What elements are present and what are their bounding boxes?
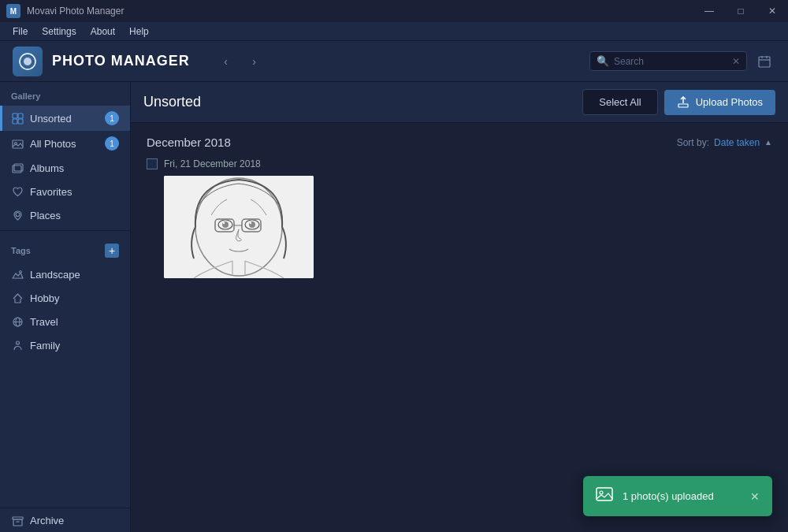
- app-title-photo: PHOTO: [52, 53, 106, 69]
- hobby-icon: [11, 292, 24, 304]
- sidebar-item-family[interactable]: Family: [0, 333, 130, 357]
- archive-icon: [11, 514, 24, 526]
- content-title: Unsorted: [143, 94, 201, 110]
- select-all-button[interactable]: Select All: [582, 89, 657, 115]
- sidebar-item-places[interactable]: Places: [0, 203, 130, 227]
- app-title: PHOTO MANAGER: [52, 53, 190, 69]
- appheader: PHOTO MANAGER ‹ › 🔍 ✕: [0, 41, 788, 82]
- appheader-left: PHOTO MANAGER ‹ ›: [13, 47, 266, 76]
- svg-point-39: [600, 491, 603, 494]
- unsorted-icon: [11, 112, 24, 125]
- minimize-button[interactable]: —: [693, 0, 725, 22]
- sidebar-item-travel[interactable]: Travel: [0, 310, 130, 333]
- svg-point-32: [250, 222, 251, 224]
- sidebar-item-unsorted[interactable]: Unsorted 1: [0, 106, 130, 131]
- sort-arrow-icon[interactable]: ▲: [764, 138, 772, 147]
- sort-value[interactable]: Date taken: [714, 137, 760, 148]
- travel-label: Travel: [30, 316, 119, 328]
- notification-image-icon: [596, 485, 613, 507]
- titlebar-controls: — □ ✕: [693, 0, 788, 22]
- albums-label: Albums: [30, 162, 119, 174]
- clear-search-icon[interactable]: ✕: [732, 56, 740, 67]
- svg-point-1: [24, 58, 32, 65]
- svg-rect-7: [18, 113, 23, 118]
- search-icon: 🔍: [597, 55, 609, 67]
- svg-rect-2: [759, 57, 770, 67]
- sidebar-item-favorites[interactable]: Favorites: [0, 180, 130, 203]
- svg-rect-21: [13, 519, 22, 526]
- photo-thumbnail[interactable]: [164, 176, 314, 278]
- sidebar-item-landscape[interactable]: Landscape: [0, 262, 130, 286]
- unsorted-badge: 1: [105, 111, 119, 125]
- photo-date-row: Fri, 21 December 2018: [147, 158, 772, 169]
- sidebar-item-albums[interactable]: Albums: [0, 156, 130, 180]
- svg-point-19: [16, 341, 19, 344]
- albums-icon: [11, 162, 24, 174]
- notification-text: 1 photo(s) uploaded: [623, 490, 741, 502]
- close-button[interactable]: ✕: [756, 0, 788, 22]
- all-photos-icon: [11, 137, 24, 150]
- sidebar-item-hobby[interactable]: Hobby: [0, 286, 130, 310]
- content-toolbar: Unsorted Select All Upload Photos: [131, 82, 788, 123]
- search-box: 🔍 ✕: [589, 51, 747, 71]
- app-logo-small: M: [6, 4, 20, 18]
- add-tag-button[interactable]: +: [105, 244, 119, 258]
- favorites-label: Favorites: [30, 186, 119, 198]
- nav-back-button[interactable]: ‹: [215, 50, 237, 73]
- titlebar: M Movavi Photo Manager — □ ✕: [0, 0, 788, 22]
- family-icon: [11, 339, 24, 352]
- menu-about[interactable]: About: [84, 24, 121, 39]
- nav-forward-button[interactable]: ›: [243, 50, 266, 73]
- landscape-label: Landscape: [30, 269, 119, 281]
- sidebar-item-all-photos[interactable]: All Photos 1: [0, 131, 130, 156]
- sidebar-item-archive[interactable]: Archive: [0, 508, 130, 532]
- svg-rect-9: [18, 119, 23, 124]
- search-input[interactable]: [614, 56, 727, 67]
- sidebar-bottom: Archive: [0, 508, 130, 532]
- app-title-manager: MANAGER: [111, 53, 190, 69]
- menu-help[interactable]: Help: [123, 24, 155, 39]
- main-content: Unsorted Select All Upload Photos Decemb…: [131, 82, 788, 532]
- photos-grid: [164, 176, 772, 278]
- calendar-button[interactable]: [753, 50, 775, 73]
- photo-thumb-inner: [164, 176, 314, 278]
- month-header: December 2018 Sort by: Date taken ▲: [147, 136, 772, 149]
- notification-close-button[interactable]: ✕: [750, 490, 760, 503]
- appheader-right: 🔍 ✕: [589, 50, 775, 73]
- menu-file[interactable]: File: [6, 24, 34, 39]
- gallery-section-label: Gallery: [0, 82, 130, 106]
- tags-header: Tags +: [0, 234, 130, 262]
- svg-rect-38: [597, 488, 612, 500]
- svg-rect-23: [678, 104, 688, 107]
- maximize-button[interactable]: □: [725, 0, 756, 22]
- content-area: December 2018 Sort by: Date taken ▲ Fri,…: [131, 123, 788, 532]
- titlebar-app-name: Movavi Photo Manager: [27, 6, 124, 17]
- menubar: File Settings About Help: [0, 22, 788, 41]
- upload-notification: 1 photo(s) uploaded ✕: [583, 476, 772, 516]
- upload-photos-button[interactable]: Upload Photos: [664, 90, 775, 115]
- app-logo: [13, 47, 43, 76]
- sketch-image: [164, 176, 314, 278]
- archive-label: Archive: [30, 515, 119, 526]
- titlebar-left: M Movavi Photo Manager: [6, 4, 124, 18]
- travel-icon: [11, 315, 24, 328]
- svg-rect-8: [13, 119, 17, 124]
- svg-rect-25: [164, 176, 314, 278]
- sort-info: Sort by: Date taken ▲: [677, 137, 772, 148]
- sort-by-label: Sort by:: [677, 137, 709, 148]
- svg-point-29: [223, 222, 225, 224]
- sidebar-divider-1: [0, 230, 130, 231]
- favorites-icon: [11, 185, 24, 198]
- main-layout: Gallery Unsorted 1: [0, 82, 788, 532]
- menu-settings[interactable]: Settings: [35, 24, 82, 39]
- upload-label: Upload Photos: [696, 96, 763, 108]
- landscape-icon: [11, 268, 24, 281]
- hobby-label: Hobby: [30, 292, 119, 304]
- places-icon: [11, 209, 24, 221]
- places-label: Places: [30, 210, 119, 221]
- photo-date-checkbox[interactable]: [147, 158, 158, 169]
- all-photos-badge: 1: [105, 136, 119, 151]
- nav-icons: ‹ ›: [215, 50, 266, 73]
- upload-icon: [677, 96, 690, 109]
- tags-section-label: Tags: [11, 246, 31, 255]
